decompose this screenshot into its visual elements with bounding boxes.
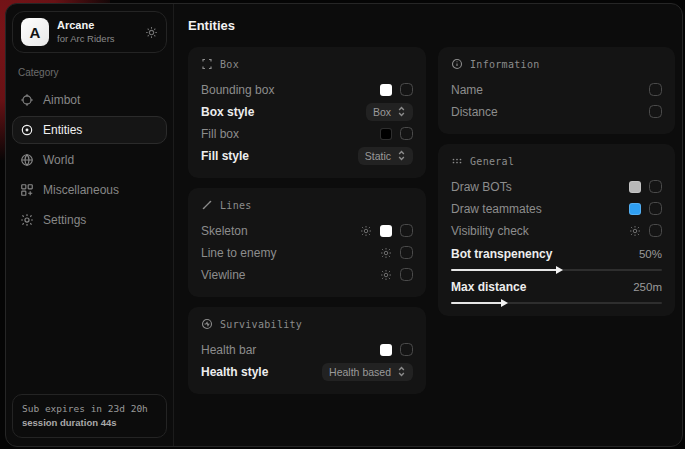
color-swatch[interactable] bbox=[380, 225, 392, 237]
setting-label: Draw teammates bbox=[451, 202, 629, 216]
select-arrows-icon bbox=[397, 150, 406, 161]
slider-value: 50% bbox=[639, 248, 662, 260]
max-distance-slider-group: Max distance 250m bbox=[451, 278, 662, 304]
setting-label: Visibility check bbox=[451, 224, 629, 238]
setting-label: Name bbox=[451, 83, 649, 97]
sidebar-item-world[interactable]: World bbox=[12, 146, 167, 174]
setting-row-viewline: Viewline bbox=[201, 264, 413, 285]
setting-row-visibility-check: Visibility check bbox=[451, 220, 662, 241]
max-distance-slider[interactable] bbox=[451, 302, 662, 304]
viewline-settings-gear-icon[interactable] bbox=[380, 269, 392, 281]
setting-label: Fill box bbox=[201, 127, 380, 141]
distance-checkbox[interactable] bbox=[649, 105, 662, 118]
dots-grid-icon bbox=[451, 155, 463, 167]
setting-row-draw-teammates: Draw teammates bbox=[451, 198, 662, 219]
box-card-header: Box bbox=[201, 58, 413, 70]
info-icon bbox=[451, 58, 463, 70]
name-checkbox[interactable] bbox=[649, 83, 662, 96]
setting-row-health-bar: Health bar bbox=[201, 339, 413, 360]
health-bar-checkbox[interactable] bbox=[400, 343, 413, 356]
setting-label: Line to enemy bbox=[201, 246, 380, 260]
visibility-check-checkbox[interactable] bbox=[649, 224, 662, 237]
setting-label: Health bar bbox=[201, 343, 380, 357]
lines-card: Lines Skeleton Line to enemy bbox=[188, 188, 426, 297]
color-swatch[interactable] bbox=[380, 128, 392, 140]
app-window: A Arcane for Arc Riders Category Aimbot … bbox=[5, 3, 683, 447]
brand-gear-icon[interactable] bbox=[145, 26, 158, 39]
slider-value: 250m bbox=[633, 281, 662, 293]
draw-bots-checkbox[interactable] bbox=[649, 180, 662, 193]
viewline-checkbox[interactable] bbox=[400, 268, 413, 281]
setting-row-line-to-enemy: Line to enemy bbox=[201, 242, 413, 263]
lines-card-header: Lines bbox=[201, 199, 413, 211]
color-swatch[interactable] bbox=[380, 344, 392, 356]
setting-label: Box style bbox=[201, 105, 366, 119]
subscription-status-card: Sub expires in 23d 20h session duration … bbox=[12, 394, 167, 439]
skeleton-checkbox[interactable] bbox=[400, 224, 413, 237]
main-content: Entities Box Bounding box bbox=[174, 4, 682, 446]
globe-icon bbox=[20, 153, 34, 167]
line-to-enemy-settings-gear-icon[interactable] bbox=[380, 247, 392, 259]
visibility-check-settings-gear-icon[interactable] bbox=[629, 225, 641, 237]
sidebar-item-settings[interactable]: Settings bbox=[12, 206, 167, 234]
skeleton-settings-gear-icon[interactable] bbox=[360, 225, 372, 237]
sidebar-item-label: World bbox=[43, 153, 74, 167]
brand-subtitle: for Arc Riders bbox=[57, 33, 137, 45]
sidebar-item-entities[interactable]: Entities bbox=[12, 116, 167, 144]
setting-row-health-style: Health style Health based bbox=[201, 361, 413, 382]
line-icon bbox=[201, 199, 213, 211]
setting-label: Skeleton bbox=[201, 224, 360, 238]
sidebar-item-label: Miscellaneous bbox=[43, 183, 119, 197]
sidebar-item-aimbot[interactable]: Aimbot bbox=[12, 86, 167, 114]
setting-row-fill-style: Fill style Static bbox=[201, 145, 413, 166]
sidebar-item-miscellaneous[interactable]: Miscellaneous bbox=[12, 176, 167, 204]
sidebar: A Arcane for Arc Riders Category Aimbot … bbox=[6, 4, 174, 446]
setting-label: Viewline bbox=[201, 268, 380, 282]
setting-label: Draw BOTs bbox=[451, 180, 629, 194]
page-title: Entities bbox=[188, 18, 670, 33]
setting-row-bounding-box: Bounding box bbox=[201, 79, 413, 100]
sidebar-item-label: Aimbot bbox=[43, 93, 80, 107]
bot-transparency-slider[interactable] bbox=[451, 269, 662, 271]
line-to-enemy-checkbox[interactable] bbox=[400, 246, 413, 259]
color-swatch[interactable] bbox=[629, 181, 641, 193]
slider-thumb[interactable] bbox=[501, 299, 508, 307]
color-swatch[interactable] bbox=[380, 84, 392, 96]
setting-label: Max distance bbox=[451, 280, 633, 294]
setting-row-box-style: Box style Box bbox=[201, 101, 413, 122]
survivability-card-header: Survivability bbox=[201, 318, 413, 330]
setting-row-fill-box: Fill box bbox=[201, 123, 413, 144]
select-arrows-icon bbox=[397, 366, 406, 377]
gear-icon bbox=[20, 213, 34, 227]
bounding-box-checkbox[interactable] bbox=[400, 83, 413, 96]
box-style-select[interactable]: Box bbox=[366, 103, 413, 121]
bot-transparency-slider-group: Bot transpenency 50% bbox=[451, 245, 662, 271]
brand-card: A Arcane for Arc Riders bbox=[12, 11, 167, 53]
information-card: Information Name Distance bbox=[438, 47, 675, 134]
setting-row-skeleton: Skeleton bbox=[201, 220, 413, 241]
setting-label: Health style bbox=[201, 365, 322, 379]
setting-row-name: Name bbox=[451, 79, 662, 100]
setting-label: Bounding box bbox=[201, 83, 380, 97]
sidebar-item-label: Settings bbox=[43, 213, 86, 227]
sidebar-item-label: Entities bbox=[43, 123, 82, 137]
session-duration-text: session duration 44s bbox=[22, 416, 157, 430]
category-label: Category bbox=[18, 67, 167, 78]
color-swatch[interactable] bbox=[629, 203, 641, 215]
health-icon bbox=[201, 318, 213, 330]
general-card: General Draw BOTs Draw teammates bbox=[438, 144, 675, 316]
sub-expiry-text: Sub expires in 23d 20h bbox=[22, 402, 157, 416]
brand-initial: A bbox=[30, 24, 41, 41]
survivability-card: Survivability Health bar Health style bbox=[188, 307, 426, 394]
health-style-select[interactable]: Health based bbox=[322, 363, 413, 381]
general-card-header: General bbox=[451, 155, 662, 167]
fill-box-checkbox[interactable] bbox=[400, 127, 413, 140]
fill-style-select[interactable]: Static bbox=[358, 147, 413, 165]
brand-logo: A bbox=[21, 18, 49, 46]
setting-label: Fill style bbox=[201, 149, 358, 163]
draw-teammates-checkbox[interactable] bbox=[649, 202, 662, 215]
setting-row-distance: Distance bbox=[451, 101, 662, 122]
brand-text: Arcane for Arc Riders bbox=[57, 19, 137, 45]
box-card: Box Bounding box Box style Box bbox=[188, 47, 426, 178]
slider-thumb[interactable] bbox=[556, 266, 563, 274]
